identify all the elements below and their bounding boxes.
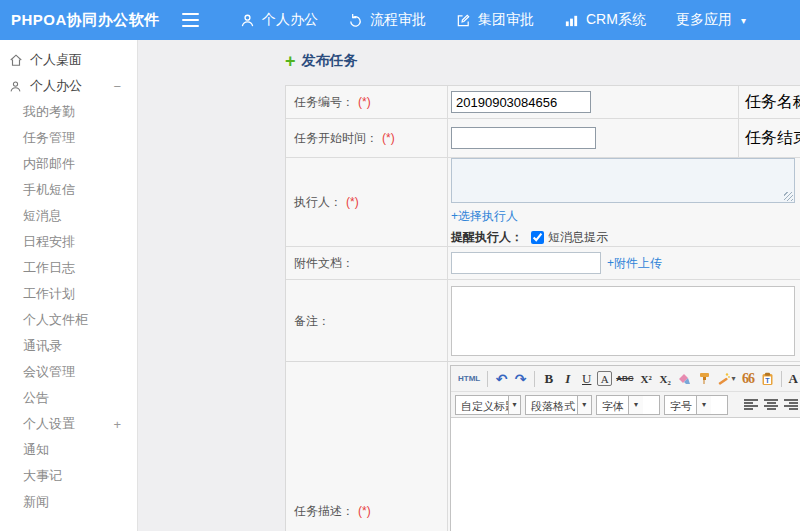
sidebar-item-announcement[interactable]: 公告: [0, 385, 137, 411]
select-executor-link[interactable]: +选择执行人: [451, 208, 518, 225]
chevron-down-icon: ▾: [628, 396, 643, 414]
task-name-label: 任务名称：(*): [739, 86, 800, 118]
sidebar-item-personal-office[interactable]: 个人办公 −: [0, 73, 137, 99]
undo-button[interactable]: ↶: [493, 369, 510, 389]
start-time-label: 任务开始时间：(*): [286, 119, 448, 157]
underline-button[interactable]: U: [578, 369, 595, 389]
home-icon: [9, 53, 24, 67]
chevron-down-icon: ▾: [577, 396, 591, 414]
nav-personal-office[interactable]: 个人办公: [225, 11, 333, 29]
chevron-down-icon: ▾: [508, 396, 520, 414]
sidebar-item-desktop[interactable]: 个人桌面: [0, 47, 137, 73]
main-content: + 发布任务 任务编号：(*) 任务名称：(*): [139, 40, 800, 531]
task-no-label: 任务编号：(*): [286, 86, 448, 118]
sidebar-item-work-plan[interactable]: 工作计划: [0, 281, 137, 307]
sidebar-item-label: 个人桌面: [30, 51, 82, 69]
expand-icon[interactable]: +: [113, 417, 121, 432]
font-size-select[interactable]: 字号 ▾: [664, 395, 728, 415]
person-icon: [240, 13, 255, 28]
sidebar-item-news[interactable]: 新闻: [0, 489, 137, 515]
redo-button[interactable]: ↷: [512, 369, 529, 389]
collapse-icon[interactable]: −: [113, 79, 121, 94]
description-label: 任务描述：(*): [286, 362, 448, 531]
start-time-input[interactable]: [451, 127, 596, 149]
end-time-label: 任务结束时间：(*): [739, 119, 800, 157]
font-style-button[interactable]: A: [597, 371, 612, 386]
sidebar-item-events[interactable]: 大事记: [0, 463, 137, 489]
top-nav: 个人办公 流程审批 集团审批 CRM系统: [225, 11, 771, 29]
sidebar-item-mobile-sms[interactable]: 手机短信: [0, 177, 137, 203]
sidebar-item-attendance[interactable]: 我的考勤: [0, 99, 137, 125]
attachment-upload-link[interactable]: +附件上传: [607, 255, 662, 272]
blockquote-button[interactable]: 66: [740, 369, 757, 389]
sidebar-item-internal-mail[interactable]: 内部邮件: [0, 151, 137, 177]
paragraph-format-select[interactable]: 段落格式 ▾: [525, 395, 592, 415]
font-family-select[interactable]: 字体 ▾: [596, 395, 660, 415]
page-title-text: 发布任务: [302, 52, 358, 70]
remark-textarea[interactable]: [451, 286, 795, 356]
nav-more-apps[interactable]: 更多应用 ▾: [661, 11, 771, 29]
sms-remind-checkbox[interactable]: [531, 231, 544, 244]
menu-toggle-icon[interactable]: [182, 13, 199, 27]
process-history-icon: [348, 13, 363, 28]
html-source-button[interactable]: HTML: [456, 369, 482, 389]
sidebar-item-personal-settings[interactable]: 个人设置 +: [0, 411, 137, 437]
page-title: + 发布任务: [285, 52, 358, 70]
nav-crm[interactable]: CRM系统: [549, 11, 661, 29]
editor-toolbar-row1: HTML ↶ ↷ B I U A ABC X² X₂: [451, 366, 800, 392]
sidebar-item-contacts[interactable]: 通讯录: [0, 333, 137, 359]
app-logo: PHPOA协同办公软件: [0, 11, 182, 30]
app-header: PHPOA协同办公软件 个人办公 流程审批: [0, 0, 800, 40]
remark-label: 备注：: [286, 280, 448, 362]
task-description-row: 任务描述：(*) HTML ↶ ↷ B I U A ABC X²: [285, 361, 800, 531]
edit-square-icon: [456, 13, 471, 28]
paste-as-text-icon[interactable]: T: [759, 369, 776, 389]
sidebar-item-notice[interactable]: 通知: [0, 437, 137, 463]
svg-text:T: T: [765, 376, 770, 383]
sidebar-item-work-log[interactable]: 工作日志: [0, 255, 137, 281]
nav-process-approval[interactable]: 流程审批: [333, 11, 441, 29]
add-icon: +: [285, 54, 296, 68]
magic-wand-icon[interactable]: ▾: [715, 369, 738, 389]
chevron-down-icon: ▾: [732, 374, 736, 383]
sidebar-item-short-message[interactable]: 短消息: [0, 203, 137, 229]
bold-button[interactable]: B: [540, 369, 557, 389]
chevron-down-icon[interactable]: ▾: [741, 15, 756, 26]
subscript-button[interactable]: X₂: [657, 369, 674, 389]
eraser-icon[interactable]: [676, 369, 694, 389]
sidebar-item-label: 个人办公: [30, 77, 82, 95]
nav-label: 流程审批: [370, 11, 426, 29]
sidebar-item-schedule[interactable]: 日程安排: [0, 229, 137, 255]
sms-remind-label: 短消息提示: [548, 229, 608, 246]
italic-button[interactable]: I: [559, 369, 576, 389]
nav-label: 个人办公: [262, 11, 318, 29]
format-brush-icon[interactable]: [696, 369, 713, 389]
attachment-label: 附件文档：: [286, 247, 448, 279]
superscript-button[interactable]: X²: [638, 369, 655, 389]
align-center-icon[interactable]: [764, 398, 778, 411]
sidebar-item-file-cabinet[interactable]: 个人文件柜: [0, 307, 137, 333]
nav-label: CRM系统: [586, 11, 646, 29]
sidebar-item-meeting[interactable]: 会议管理: [0, 359, 137, 385]
font-color-button[interactable]: A▾: [787, 369, 800, 389]
attachment-input[interactable]: [451, 252, 601, 274]
nav-label: 更多应用: [676, 11, 732, 29]
strikethrough-button[interactable]: ABC: [614, 369, 635, 389]
chevron-down-icon: ▾: [696, 396, 711, 414]
nav-group-approval[interactable]: 集团审批: [441, 11, 549, 29]
editor-toolbar-row2: 自定义标题 ▾ 段落格式 ▾ 字体 ▾ 字号 ▾: [451, 392, 800, 418]
nav-label: 集团审批: [478, 11, 534, 29]
person-icon: [9, 80, 24, 93]
sidebar-item-task-management[interactable]: 任务管理: [0, 125, 137, 151]
align-right-icon[interactable]: [784, 398, 798, 411]
resize-grip-icon[interactable]: [784, 192, 793, 201]
remind-executor-label: 提醒执行人：: [451, 229, 523, 246]
task-form: 任务编号：(*) 任务名称：(*) 任务开始时间：(*): [285, 85, 800, 363]
bar-chart-icon: [564, 13, 579, 28]
align-left-icon[interactable]: [744, 398, 758, 411]
sidebar: 个人桌面 个人办公 − 我的考勤 任务管理 内部邮件 手机短信 短消息 日程安排…: [0, 40, 138, 531]
executor-textarea[interactable]: [451, 158, 795, 203]
heading-style-select[interactable]: 自定义标题 ▾: [455, 395, 521, 415]
editor-content-area[interactable]: [451, 418, 800, 531]
task-no-input[interactable]: [451, 91, 591, 113]
